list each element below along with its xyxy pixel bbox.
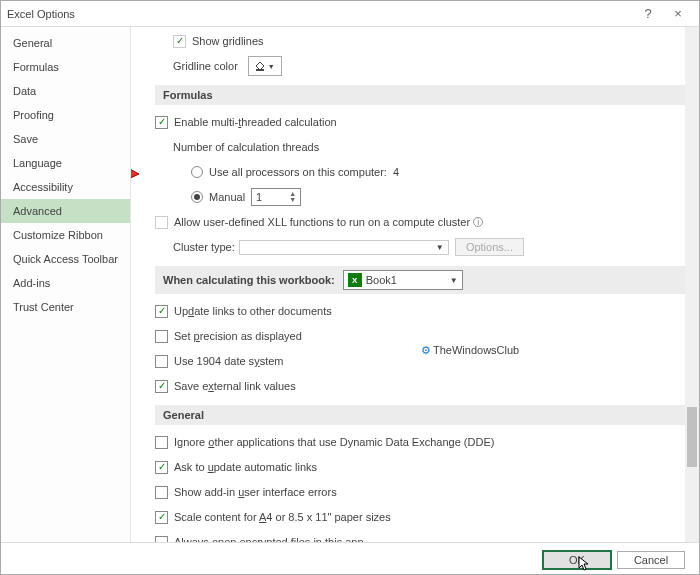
checkbox-show-gridlines[interactable] <box>173 35 186 48</box>
sidebar-item-addins[interactable]: Add-ins <box>1 271 130 295</box>
label-ignore-dde: Ignore other applications that use Dynam… <box>174 436 494 448</box>
cluster-options-button: Options... <box>455 238 524 256</box>
checkbox-update-links[interactable] <box>155 305 168 318</box>
help-icon[interactable]: ? <box>633 6 663 21</box>
sidebar-item-general[interactable]: General <box>1 31 130 55</box>
chevron-down-icon: ▼ <box>450 276 458 285</box>
scroll-thumb[interactable] <box>687 407 697 467</box>
checkbox-addin-errors[interactable] <box>155 486 168 499</box>
label-enable-mt-calc: Enable multi-threaded calculation <box>174 116 337 128</box>
workbook-combo[interactable]: XBook1▼ <box>343 270 463 290</box>
checkbox-ask-update[interactable] <box>155 461 168 474</box>
checkbox-set-precision[interactable] <box>155 330 168 343</box>
section-general: General <box>155 405 691 425</box>
info-icon[interactable]: i <box>473 217 483 227</box>
label-allow-xll: Allow user-defined XLL functions to run … <box>174 216 470 228</box>
cluster-type-combo: ▼ <box>239 240 449 255</box>
bucket-icon <box>255 61 265 71</box>
checkbox-always-open-enc[interactable] <box>155 536 168 543</box>
sidebar: General Formulas Data Proofing Save Lang… <box>1 27 131 542</box>
label-scale-a4: Scale content for A4 or 8.5 x 11" paper … <box>174 511 391 523</box>
chevron-down-icon: ▼ <box>436 243 444 252</box>
sidebar-item-proofing[interactable]: Proofing <box>1 103 130 127</box>
close-icon[interactable]: × <box>663 6 693 21</box>
checkbox-1904[interactable] <box>155 355 168 368</box>
svg-rect-0 <box>256 69 264 71</box>
section-when-calc: When calculating this workbook: XBook1▼ <box>155 266 691 294</box>
checkbox-save-external[interactable] <box>155 380 168 393</box>
ok-button[interactable]: OK <box>543 551 611 569</box>
checkbox-ignore-dde[interactable] <box>155 436 168 449</box>
manual-threads-spinner[interactable]: 1▲▼ <box>251 188 301 206</box>
cancel-button[interactable]: Cancel <box>617 551 685 569</box>
label-save-external: Save external link values <box>174 380 296 392</box>
sidebar-item-customize-ribbon[interactable]: Customize Ribbon <box>1 223 130 247</box>
checkbox-scale-a4[interactable] <box>155 511 168 524</box>
sidebar-item-data[interactable]: Data <box>1 79 130 103</box>
sidebar-item-advanced[interactable]: Advanced <box>1 199 130 223</box>
label-set-precision: Set precision as displayed <box>174 330 302 342</box>
value-cpu-count: 4 <box>393 166 399 178</box>
sidebar-item-formulas[interactable]: Formulas <box>1 55 130 79</box>
sidebar-item-accessibility[interactable]: Accessibility <box>1 175 130 199</box>
sidebar-item-language[interactable]: Language <box>1 151 130 175</box>
spinner-arrows-icon[interactable]: ▲▼ <box>289 191 296 203</box>
window-title: Excel Options <box>7 8 633 20</box>
checkbox-allow-xll <box>155 216 168 229</box>
label-use-all: Use all processors on this computer: <box>209 166 387 178</box>
radio-manual[interactable] <box>191 191 203 203</box>
sidebar-item-save[interactable]: Save <box>1 127 130 151</box>
label-always-open-enc: Always open encrypted files in this app <box>174 536 364 542</box>
section-formulas: Formulas <box>155 85 691 105</box>
chevron-down-icon: ▼ <box>268 63 275 70</box>
content-pane: ⚙TheWindowsClub Show gridlines Gridline … <box>131 27 699 542</box>
label-addin-errors: Show add-in user interface errors <box>174 486 337 498</box>
label-num-threads: Number of calculation threads <box>173 141 319 153</box>
scrollbar[interactable] <box>685 27 699 542</box>
label-gridline-color: Gridline color <box>173 60 238 72</box>
label-1904: Use 1904 date system <box>174 355 283 367</box>
radio-use-all[interactable] <box>191 166 203 178</box>
sidebar-item-qat[interactable]: Quick Access Toolbar <box>1 247 130 271</box>
label-show-gridlines: Show gridlines <box>192 35 264 47</box>
callout-arrow-icon <box>131 155 141 189</box>
sidebar-item-trust-center[interactable]: Trust Center <box>1 295 130 319</box>
gridline-color-picker[interactable]: ▼ <box>248 56 282 76</box>
excel-icon: X <box>348 273 362 287</box>
label-manual: Manual <box>209 191 245 203</box>
label-ask-update: Ask to update automatic links <box>174 461 317 473</box>
label-update-links: Update links to other documents <box>174 305 332 317</box>
label-cluster-type: Cluster type: <box>173 241 235 253</box>
checkbox-enable-mt-calc[interactable] <box>155 116 168 129</box>
